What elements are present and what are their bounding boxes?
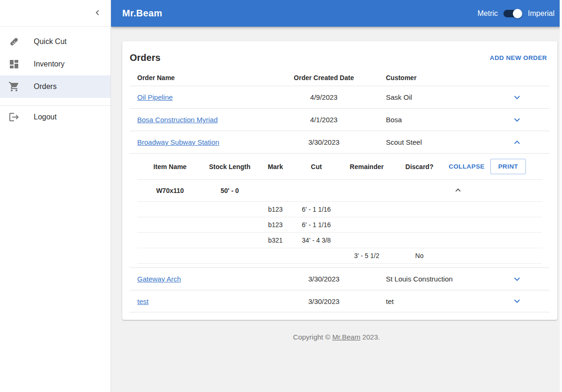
sidebar-item-orders[interactable]: Orders bbox=[0, 75, 111, 98]
column-customer: Customer bbox=[386, 74, 484, 81]
discard-value: No bbox=[395, 252, 444, 259]
sidebar-item-label: Inventory bbox=[34, 60, 65, 68]
order-row: Bosa Construction Myriad 4/1/2023 Bosa bbox=[130, 108, 550, 131]
stock-item-name: W70x110 bbox=[137, 187, 203, 194]
detail-table-header: Item Name Stock Length Mark Cut Remainde… bbox=[137, 154, 542, 180]
expand-order-button[interactable] bbox=[511, 296, 523, 307]
orders-card-header: Orders ADD NEW ORDER bbox=[130, 49, 550, 70]
order-link[interactable]: Gateway Arch bbox=[137, 275, 181, 283]
order-link[interactable]: test bbox=[137, 297, 148, 305]
order-customer: Scout Steel bbox=[386, 138, 484, 146]
sidebar-nav: Quick Cut Inventory Orders Logout bbox=[0, 27, 111, 128]
column-item-name: Item Name bbox=[137, 163, 203, 170]
unit-toggle: Metric Imperial bbox=[478, 8, 555, 19]
orders-table-header: Order Name Order Created Date Customer bbox=[130, 70, 550, 86]
sidebar-item-label: Logout bbox=[34, 113, 57, 121]
order-link[interactable]: Bosa Construction Myriad bbox=[137, 116, 218, 124]
imperial-label: Imperial bbox=[528, 9, 555, 18]
order-created-date: 3/30/2023 bbox=[285, 138, 362, 146]
order-row: Oil Pipeline 4/9/2023 Sask Oil bbox=[130, 86, 550, 108]
chevron-down-icon bbox=[511, 96, 523, 104]
collapse-order-button[interactable] bbox=[511, 137, 523, 148]
cut-mark: b123 bbox=[257, 221, 294, 229]
copyright-suffix: 2023. bbox=[360, 333, 380, 341]
stock-length-value: 50' - 0 bbox=[203, 187, 257, 194]
cut-mark: b321 bbox=[257, 237, 294, 244]
sidebar: Quick Cut Inventory Orders Logout bbox=[0, 0, 111, 392]
sidebar-item-quick-cut[interactable]: Quick Cut bbox=[0, 30, 111, 53]
app-bar: Mr.Beam Metric Imperial bbox=[111, 0, 562, 27]
cut-length: 6' - 1 1/16 bbox=[294, 206, 339, 213]
scrollbar[interactable] bbox=[560, 0, 562, 392]
sidebar-item-logout[interactable]: Logout bbox=[0, 106, 111, 128]
app-title: Mr.Beam bbox=[122, 8, 162, 19]
chevron-left-icon bbox=[92, 7, 103, 19]
page-title: Orders bbox=[130, 52, 161, 63]
page-content: Orders ADD NEW ORDER Order Name Order Cr… bbox=[111, 27, 562, 392]
collapse-button[interactable]: COLLAPSE bbox=[446, 161, 488, 172]
cut-row: b123 6' - 1 1/16 bbox=[137, 217, 542, 233]
logout-icon bbox=[8, 111, 20, 123]
order-customer: St Louis Construction bbox=[386, 275, 484, 283]
order-created-date: 3/30/2023 bbox=[285, 275, 362, 283]
order-customer: Sask Oil bbox=[386, 93, 484, 101]
collapse-stock-button[interactable] bbox=[452, 185, 464, 196]
chevron-up-icon bbox=[511, 141, 523, 149]
orders-card: Orders ADD NEW ORDER Order Name Order Cr… bbox=[122, 41, 557, 320]
remainder-value: 3' - 5 1/2 bbox=[339, 252, 395, 259]
order-row: Gateway Arch 3/30/2023 St Louis Construc… bbox=[130, 267, 550, 290]
cut-mark: b123 bbox=[257, 206, 294, 213]
expand-order-button[interactable] bbox=[511, 114, 523, 126]
order-created-date: 4/9/2023 bbox=[285, 93, 362, 101]
copyright-footer: Copyright © Mr.Beam 2023. bbox=[111, 333, 562, 341]
sidebar-item-label: Orders bbox=[34, 82, 57, 91]
column-mark: Mark bbox=[257, 163, 294, 170]
add-new-order-button[interactable]: ADD NEW ORDER bbox=[487, 52, 550, 63]
remainder-row: 3' - 5 1/2 No bbox=[137, 248, 542, 264]
chevron-up-icon bbox=[453, 189, 463, 197]
order-customer: Bosa bbox=[386, 116, 484, 124]
copyright-prefix: Copyright © bbox=[293, 333, 333, 341]
order-link[interactable]: Broadway Subway Station bbox=[137, 138, 219, 146]
saw-icon bbox=[8, 36, 20, 47]
order-detail-panel: Item Name Stock Length Mark Cut Remainde… bbox=[130, 153, 550, 267]
column-remainder: Remainder bbox=[339, 163, 395, 170]
shopping-cart-icon bbox=[8, 81, 20, 92]
cut-row: b321 34' - 4 3/8 bbox=[137, 233, 542, 248]
order-row: test 3/30/2023 tet bbox=[130, 290, 550, 312]
chevron-down-icon bbox=[511, 278, 523, 286]
column-discard: Discard? bbox=[395, 163, 444, 170]
column-stock-length: Stock Length bbox=[203, 163, 257, 170]
order-created-date: 4/1/2023 bbox=[285, 116, 362, 124]
unit-switch[interactable] bbox=[503, 8, 522, 19]
dashboard-icon bbox=[8, 59, 20, 70]
column-order-name: Order Name bbox=[130, 74, 285, 81]
expand-order-button[interactable] bbox=[511, 92, 523, 103]
column-order-created-date: Order Created Date bbox=[285, 74, 362, 81]
order-customer: tet bbox=[386, 297, 484, 305]
switch-thumb bbox=[513, 9, 522, 18]
chevron-down-icon bbox=[511, 119, 523, 127]
main-area: Mr.Beam Metric Imperial Orders ADD NEW O… bbox=[111, 0, 562, 392]
brand-link[interactable]: Mr.Beam bbox=[332, 333, 360, 341]
print-button[interactable]: PRINT bbox=[490, 159, 526, 174]
cut-length: 6' - 1 1/16 bbox=[294, 221, 339, 229]
sidebar-header bbox=[0, 0, 111, 27]
column-cut: Cut bbox=[294, 163, 339, 170]
order-link[interactable]: Oil Pipeline bbox=[137, 93, 173, 101]
expand-order-button[interactable] bbox=[511, 274, 523, 285]
sidebar-item-label: Quick Cut bbox=[34, 37, 67, 46]
chevron-down-icon bbox=[511, 300, 523, 308]
order-row-expanded: Broadway Subway Station 3/30/2023 Scout … bbox=[130, 131, 550, 153]
sidebar-item-inventory[interactable]: Inventory bbox=[0, 53, 111, 75]
metric-label: Metric bbox=[478, 9, 498, 18]
cut-row: b123 6' - 1 1/16 bbox=[137, 202, 542, 217]
collapse-sidebar-button[interactable] bbox=[91, 7, 104, 20]
cut-length: 34' - 4 3/8 bbox=[294, 237, 339, 244]
order-created-date: 3/30/2023 bbox=[285, 297, 362, 305]
stock-item-row: W70x110 50' - 0 bbox=[137, 180, 542, 202]
